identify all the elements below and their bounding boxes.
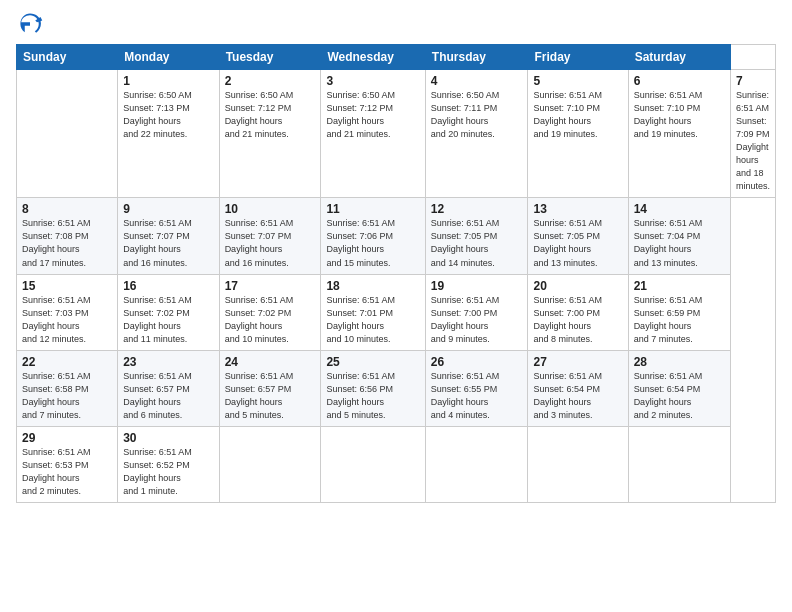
day-number: 22 bbox=[22, 355, 112, 369]
day-info: Sunrise: 6:51 AMSunset: 7:01 PMDaylight … bbox=[326, 294, 419, 346]
day-info: Sunrise: 6:51 AMSunset: 6:59 PMDaylight … bbox=[634, 294, 725, 346]
day-info: Sunrise: 6:51 AMSunset: 7:05 PMDaylight … bbox=[431, 217, 523, 269]
day-number: 21 bbox=[634, 279, 725, 293]
table-row bbox=[17, 70, 118, 198]
table-row: 20Sunrise: 6:51 AMSunset: 7:00 PMDayligh… bbox=[528, 274, 628, 350]
calendar-week-row: 22Sunrise: 6:51 AMSunset: 6:58 PMDayligh… bbox=[17, 350, 776, 426]
day-number: 14 bbox=[634, 202, 725, 216]
day-info: Sunrise: 6:51 AMSunset: 7:06 PMDaylight … bbox=[326, 217, 419, 269]
day-info: Sunrise: 6:51 AMSunset: 7:00 PMDaylight … bbox=[533, 294, 622, 346]
day-info: Sunrise: 6:51 AMSunset: 6:53 PMDaylight … bbox=[22, 446, 112, 498]
table-row: 4Sunrise: 6:50 AMSunset: 7:11 PMDaylight… bbox=[425, 70, 528, 198]
table-row: 21Sunrise: 6:51 AMSunset: 6:59 PMDayligh… bbox=[628, 274, 730, 350]
table-row: 28Sunrise: 6:51 AMSunset: 6:54 PMDayligh… bbox=[628, 350, 730, 426]
day-number: 18 bbox=[326, 279, 419, 293]
day-number: 11 bbox=[326, 202, 419, 216]
table-row: 7Sunrise: 6:51 AMSunset: 7:09 PMDaylight… bbox=[730, 70, 775, 198]
col-sunday: Sunday bbox=[17, 45, 118, 70]
day-info: Sunrise: 6:51 AMSunset: 6:54 PMDaylight … bbox=[634, 370, 725, 422]
day-number: 12 bbox=[431, 202, 523, 216]
table-row: 6Sunrise: 6:51 AMSunset: 7:10 PMDaylight… bbox=[628, 70, 730, 198]
table-row: 8Sunrise: 6:51 AMSunset: 7:08 PMDaylight… bbox=[17, 198, 118, 274]
calendar-header-row: Sunday Monday Tuesday Wednesday Thursday… bbox=[17, 45, 776, 70]
day-info: Sunrise: 6:51 AMSunset: 7:07 PMDaylight … bbox=[225, 217, 316, 269]
day-info: Sunrise: 6:51 AMSunset: 7:00 PMDaylight … bbox=[431, 294, 523, 346]
day-info: Sunrise: 6:51 AMSunset: 7:02 PMDaylight … bbox=[225, 294, 316, 346]
calendar-week-row: 29Sunrise: 6:51 AMSunset: 6:53 PMDayligh… bbox=[17, 426, 776, 502]
col-monday: Monday bbox=[118, 45, 219, 70]
day-number: 24 bbox=[225, 355, 316, 369]
day-info: Sunrise: 6:51 AMSunset: 6:57 PMDaylight … bbox=[225, 370, 316, 422]
day-number: 3 bbox=[326, 74, 419, 88]
table-row: 12Sunrise: 6:51 AMSunset: 7:05 PMDayligh… bbox=[425, 198, 528, 274]
day-info: Sunrise: 6:51 AMSunset: 7:07 PMDaylight … bbox=[123, 217, 213, 269]
day-info: Sunrise: 6:50 AMSunset: 7:13 PMDaylight … bbox=[123, 89, 213, 141]
day-number: 6 bbox=[634, 74, 725, 88]
day-info: Sunrise: 6:50 AMSunset: 7:12 PMDaylight … bbox=[225, 89, 316, 141]
day-info: Sunrise: 6:51 AMSunset: 7:02 PMDaylight … bbox=[123, 294, 213, 346]
table-row: 16Sunrise: 6:51 AMSunset: 7:02 PMDayligh… bbox=[118, 274, 219, 350]
calendar-table: Sunday Monday Tuesday Wednesday Thursday… bbox=[16, 44, 776, 503]
day-number: 1 bbox=[123, 74, 213, 88]
day-number: 8 bbox=[22, 202, 112, 216]
day-number: 10 bbox=[225, 202, 316, 216]
day-info: Sunrise: 6:51 AMSunset: 6:55 PMDaylight … bbox=[431, 370, 523, 422]
table-row: 23Sunrise: 6:51 AMSunset: 6:57 PMDayligh… bbox=[118, 350, 219, 426]
table-row: 30Sunrise: 6:51 AMSunset: 6:52 PMDayligh… bbox=[118, 426, 219, 502]
day-number: 28 bbox=[634, 355, 725, 369]
table-row: 3Sunrise: 6:50 AMSunset: 7:12 PMDaylight… bbox=[321, 70, 425, 198]
col-tuesday: Tuesday bbox=[219, 45, 321, 70]
day-number: 20 bbox=[533, 279, 622, 293]
page: Sunday Monday Tuesday Wednesday Thursday… bbox=[0, 0, 792, 612]
day-info: Sunrise: 6:51 AMSunset: 6:57 PMDaylight … bbox=[123, 370, 213, 422]
day-number: 2 bbox=[225, 74, 316, 88]
day-number: 5 bbox=[533, 74, 622, 88]
calendar-week-row: 8Sunrise: 6:51 AMSunset: 7:08 PMDaylight… bbox=[17, 198, 776, 274]
day-info: Sunrise: 6:51 AMSunset: 7:04 PMDaylight … bbox=[634, 217, 725, 269]
day-number: 7 bbox=[736, 74, 770, 88]
table-row bbox=[219, 426, 321, 502]
day-number: 19 bbox=[431, 279, 523, 293]
table-row: 19Sunrise: 6:51 AMSunset: 7:00 PMDayligh… bbox=[425, 274, 528, 350]
day-info: Sunrise: 6:51 AMSunset: 7:05 PMDaylight … bbox=[533, 217, 622, 269]
table-row: 10Sunrise: 6:51 AMSunset: 7:07 PMDayligh… bbox=[219, 198, 321, 274]
table-row: 24Sunrise: 6:51 AMSunset: 6:57 PMDayligh… bbox=[219, 350, 321, 426]
table-row: 1Sunrise: 6:50 AMSunset: 7:13 PMDaylight… bbox=[118, 70, 219, 198]
day-info: Sunrise: 6:50 AMSunset: 7:11 PMDaylight … bbox=[431, 89, 523, 141]
table-row: 11Sunrise: 6:51 AMSunset: 7:06 PMDayligh… bbox=[321, 198, 425, 274]
day-info: Sunrise: 6:50 AMSunset: 7:12 PMDaylight … bbox=[326, 89, 419, 141]
calendar-week-row: 15Sunrise: 6:51 AMSunset: 7:03 PMDayligh… bbox=[17, 274, 776, 350]
day-info: Sunrise: 6:51 AMSunset: 7:09 PMDaylight … bbox=[736, 89, 770, 193]
day-number: 9 bbox=[123, 202, 213, 216]
day-number: 4 bbox=[431, 74, 523, 88]
col-thursday: Thursday bbox=[425, 45, 528, 70]
table-row: 13Sunrise: 6:51 AMSunset: 7:05 PMDayligh… bbox=[528, 198, 628, 274]
table-row: 27Sunrise: 6:51 AMSunset: 6:54 PMDayligh… bbox=[528, 350, 628, 426]
table-row: 26Sunrise: 6:51 AMSunset: 6:55 PMDayligh… bbox=[425, 350, 528, 426]
day-number: 26 bbox=[431, 355, 523, 369]
table-row: 9Sunrise: 6:51 AMSunset: 7:07 PMDaylight… bbox=[118, 198, 219, 274]
day-number: 30 bbox=[123, 431, 213, 445]
logo bbox=[16, 10, 48, 38]
day-number: 27 bbox=[533, 355, 622, 369]
day-info: Sunrise: 6:51 AMSunset: 6:56 PMDaylight … bbox=[326, 370, 419, 422]
calendar-week-row: 1Sunrise: 6:50 AMSunset: 7:13 PMDaylight… bbox=[17, 70, 776, 198]
day-info: Sunrise: 6:51 AMSunset: 6:58 PMDaylight … bbox=[22, 370, 112, 422]
col-friday: Friday bbox=[528, 45, 628, 70]
table-row: 17Sunrise: 6:51 AMSunset: 7:02 PMDayligh… bbox=[219, 274, 321, 350]
day-info: Sunrise: 6:51 AMSunset: 6:52 PMDaylight … bbox=[123, 446, 213, 498]
table-row: 15Sunrise: 6:51 AMSunset: 7:03 PMDayligh… bbox=[17, 274, 118, 350]
day-number: 15 bbox=[22, 279, 112, 293]
table-row: 5Sunrise: 6:51 AMSunset: 7:10 PMDaylight… bbox=[528, 70, 628, 198]
table-row bbox=[628, 426, 730, 502]
table-row bbox=[528, 426, 628, 502]
table-row bbox=[425, 426, 528, 502]
header bbox=[16, 10, 776, 38]
day-info: Sunrise: 6:51 AMSunset: 7:10 PMDaylight … bbox=[634, 89, 725, 141]
table-row bbox=[321, 426, 425, 502]
col-wednesday: Wednesday bbox=[321, 45, 425, 70]
col-saturday: Saturday bbox=[628, 45, 730, 70]
table-row: 25Sunrise: 6:51 AMSunset: 6:56 PMDayligh… bbox=[321, 350, 425, 426]
table-row: 14Sunrise: 6:51 AMSunset: 7:04 PMDayligh… bbox=[628, 198, 730, 274]
day-info: Sunrise: 6:51 AMSunset: 6:54 PMDaylight … bbox=[533, 370, 622, 422]
